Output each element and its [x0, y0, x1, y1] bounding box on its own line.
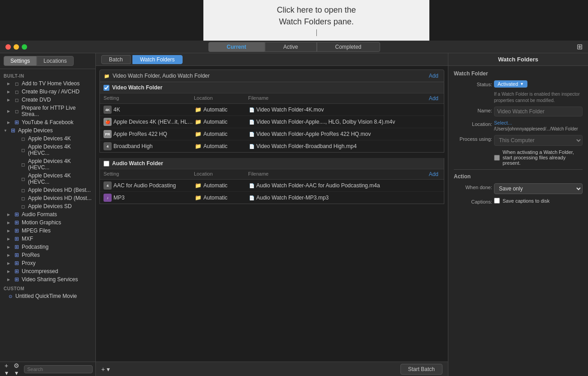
sidebar-item-youtube[interactable]: ▶ ⊞ YouTube & Facebook	[0, 118, 95, 126]
doc-icon: ◻	[14, 80, 20, 87]
location-select-link[interactable]: Select...	[494, 120, 512, 125]
row-location: 📁 Automatic	[195, 131, 249, 137]
sidebar-item-bluray[interactable]: ▶ ◻ Create Blu-ray / AVCHD	[0, 88, 95, 96]
tab-active[interactable]: Active	[265, 42, 317, 52]
sidebar-item-mpeg[interactable]: ▶ ⊞ MPEG Files	[0, 227, 95, 235]
add-button[interactable]: + ▾	[4, 362, 9, 376]
row-location: 📁 Automatic	[195, 119, 249, 125]
sidebar-item-prores[interactable]: ▶ ⊞ ProRes	[0, 251, 95, 259]
section-builtin-label: BUILT-IN	[0, 71, 95, 79]
sidebar-item-apple-hevc3[interactable]: ◻ Apple Devices 4K (HEVC...	[0, 172, 95, 186]
gear-button[interactable]: ⚙ ▾	[13, 362, 20, 376]
status-hint: If a Watch Folder is enabled then inspec…	[454, 91, 583, 104]
window-controls	[0, 44, 27, 50]
expand-icon: ▶	[7, 269, 12, 274]
folder-icon: 📁	[195, 143, 202, 149]
file-icon: 📄	[249, 120, 254, 125]
sidebar-item-label: Apple Devices SD	[28, 203, 72, 209]
sidebar-item-podcasting[interactable]: ▶ ⊞ Podcasting	[0, 243, 95, 251]
sidebar-item-apple-hd-most[interactable]: ◻ Apple Devices HD (Most...	[0, 194, 95, 202]
row-location: 📁 Automatic	[195, 195, 249, 201]
group-icon: ⊞	[14, 211, 20, 218]
sidebar-item-label: Proxy	[22, 260, 36, 266]
status-value: Activated ▼	[494, 80, 583, 88]
doc-icon: ◻	[20, 147, 26, 153]
expand-icon: ▶	[7, 237, 12, 241]
sidebar-item-apple-sd[interactable]: ◻ Apple Devices SD	[0, 202, 95, 210]
sidebar-item-label: Podcasting	[22, 244, 48, 250]
sidebar-item-apple-hevc2[interactable]: ◻ Apple Devices 4K (HEVC...	[0, 157, 95, 172]
start-batch-button[interactable]: Start Batch	[400, 364, 442, 375]
captions-checkbox[interactable]	[494, 198, 500, 204]
location-field-container: Select... /Users/johnnnyappleseed/.../Wa…	[494, 120, 583, 131]
audio-folder-title: Audio Watch Folder	[112, 160, 440, 167]
sidebar-item-audio-formats[interactable]: ▶ ⊞ Audio Formats	[0, 210, 95, 218]
sidebar-item-label: Create Blu-ray / AVCHD	[22, 88, 80, 95]
sidebar-item-untitled-qt[interactable]: ⊙ Untitled QuickTime Movie	[0, 292, 95, 300]
group-icon: ⊞	[14, 244, 20, 250]
sidebar-tab-bar: Settings Locations	[0, 53, 95, 69]
sidebar-item-apple-hd-best[interactable]: ◻ Apple Devices HD (Best...	[0, 186, 95, 194]
sidebar-item-label: Motion Graphics	[22, 219, 61, 226]
name-label: Name:	[454, 107, 492, 113]
name-input[interactable]	[494, 107, 583, 116]
sidebar-item-apple-devices[interactable]: ▼ ⊞ Apple Devices	[0, 126, 95, 135]
expand-icon: ▶	[7, 245, 12, 249]
audio-row-aac[interactable]: 4 AAC for Audio Podcasting 📁 Automatic 📄…	[100, 180, 444, 192]
expand-icon: ▶	[7, 213, 12, 217]
sidebar-item-apple-4k[interactable]: ◻ Apple Devices 4K	[0, 135, 95, 143]
process-hint-text: When activating a Watch Folder, start pr…	[503, 149, 583, 166]
sidebar-item-label: Prepare for HTTP Live Strea...	[22, 105, 92, 117]
tab-batch[interactable]: Batch	[101, 55, 131, 64]
process-hint-checkbox[interactable]	[494, 155, 500, 161]
right-panel-content: Watch Folder Status: Activated ▼ If a Wa…	[448, 66, 588, 376]
sidebar-item-add-tv[interactable]: ▶ ◻ Add to TV Home Videos	[0, 79, 95, 88]
sidebar-item-label: Uncompressed	[22, 268, 58, 274]
status-badge: Activated ▼	[494, 80, 527, 88]
row-filename-text: Video Watch Folder-4K.mov	[256, 107, 324, 113]
sidebar-locations-tab[interactable]: Locations	[37, 56, 73, 66]
sidebar-item-mxf[interactable]: ▶ ⊞ MXF	[0, 235, 95, 243]
video-row-apple[interactable]: 🍎 Apple Devices 4K (HEV...it, HLG, Dolby…	[100, 116, 444, 128]
tab-watch-folders[interactable]: Watch Folders	[132, 55, 183, 64]
search-input[interactable]	[24, 365, 93, 373]
row-filename-text: Video Watch Folder-Apple...., HLG, Dolby…	[256, 119, 395, 125]
location-row: Location: Select... /Users/johnnnyapples…	[454, 120, 583, 131]
sidebar-settings-tab[interactable]: Settings	[4, 56, 37, 66]
row-filename: 📄 Video Watch Folder-Apple ProRes 422 HQ…	[249, 131, 440, 137]
minimize-button[interactable]	[14, 44, 19, 50]
audio-folder-add-button[interactable]: Add	[427, 171, 440, 177]
watch-group-add-button[interactable]: Add	[427, 73, 440, 79]
sidebar-item-dvd[interactable]: ▶ ◻ Create DVD	[0, 96, 95, 104]
doc-icon: ◻	[20, 176, 26, 182]
close-button[interactable]	[5, 44, 11, 50]
doc-icon: ◻	[14, 108, 20, 114]
sidebar-item-apple-hevc1[interactable]: ◻ Apple Devices 4K (HEVC...	[0, 143, 95, 157]
add-item-button[interactable]: + ▾	[101, 366, 110, 373]
video-row-4k[interactable]: 4K 4K 📁 Automatic 📄 Video Watch Folder-4…	[100, 104, 444, 116]
tab-current[interactable]: Current	[208, 42, 264, 52]
video-row-broadband[interactable]: 4 Broadband High 📁 Automatic 📄 Video Wat…	[100, 140, 444, 152]
layout-icon[interactable]: ⊞	[577, 42, 583, 51]
row-filename: 📄 Audio Watch Folder-AAC for Audio Podca…	[249, 182, 440, 189]
sidebar-item-uncompressed[interactable]: ▶ ⊞ Uncompressed	[0, 267, 95, 275]
sidebar-item-motion-graphics[interactable]: ▶ ⊞ Motion Graphics	[0, 218, 95, 227]
audio-row-mp3[interactable]: ♪ MP3 📁 Automatic 📄 Audio Watch Folder-M…	[100, 192, 444, 204]
when-done-select[interactable]: Save only	[494, 183, 583, 194]
video-folder-header: Video Watch Folder	[100, 82, 444, 93]
expand-icon: ▶	[7, 261, 12, 265]
sidebar-item-video-sharing[interactable]: ▶ ⊞ Video Sharing Services	[0, 275, 95, 283]
video-folder-checkbox[interactable]	[103, 85, 109, 91]
watch-group-header: 📁 Video Watch Folder, Audio Watch Folder…	[99, 70, 444, 82]
sidebar-item-http[interactable]: ▶ ◻ Prepare for HTTP Live Strea...	[0, 104, 95, 118]
chevron-down-icon: ▼	[520, 82, 524, 86]
process-select[interactable]: This Computer	[494, 135, 583, 146]
video-folder-add-button[interactable]: Add	[427, 95, 440, 102]
sidebar-item-proxy[interactable]: ▶ ⊞ Proxy	[0, 259, 95, 267]
process-hint-row: When activating a Watch Folder, start pr…	[454, 149, 583, 166]
icon-broad: 4	[103, 142, 112, 150]
audio-folder-checkbox[interactable]	[103, 161, 109, 167]
tab-completed[interactable]: Completed	[317, 42, 380, 52]
video-row-prores[interactable]: PR Apple ProRes 422 HQ 📁 Automatic 📄 Vid…	[100, 128, 444, 140]
maximize-button[interactable]	[22, 44, 27, 50]
